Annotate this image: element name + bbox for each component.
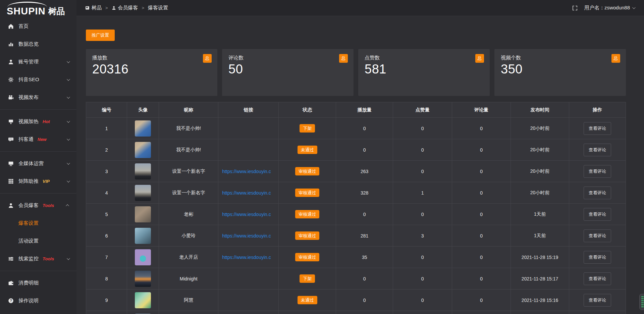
- sidebar-item-label: 活动设置: [18, 238, 39, 244]
- cell-likes: 0: [393, 139, 452, 161]
- chevron-up-icon: [66, 204, 69, 208]
- cell-time: 2021-11-28 15:16: [511, 290, 569, 311]
- cell-link: https://www.iesdouyin.c: [218, 204, 279, 225]
- cell-time: 20小时前: [511, 161, 569, 182]
- cell-plays: 0: [336, 268, 393, 290]
- cell-link: https://www.iesdouyin.c: [218, 247, 279, 268]
- sidebar-item-consumption-details[interactable]: 消费明细: [0, 274, 76, 292]
- sidebar-divider: [0, 151, 76, 152]
- cell-comments: 0: [452, 118, 511, 139]
- sidebar-subitem-baoke-settings[interactable]: 爆客设置: [0, 214, 76, 232]
- sidebar-item-video-publish[interactable]: 视频发布: [0, 89, 76, 106]
- view-comments-button[interactable]: 查看评论: [584, 165, 611, 178]
- tools-badge: Tools: [43, 256, 54, 261]
- cell-avatar: [127, 225, 159, 247]
- chevron-down-icon: [67, 257, 70, 260]
- sidebar-item-label: 消费明细: [18, 280, 39, 286]
- column-header-publish-time: 发布时间: [511, 102, 569, 118]
- stat-value: 20316: [92, 62, 211, 76]
- total-badge: 总: [339, 54, 348, 63]
- sidebar-item-doketong[interactable]: 抖客通 New: [0, 130, 76, 148]
- promo-settings-button[interactable]: 推广设置: [86, 30, 115, 41]
- sidebar-item-douyin-seo[interactable]: 抖音SEO: [0, 71, 76, 89]
- column-header-nickname: 昵称: [159, 102, 218, 118]
- monitor-icon: [8, 161, 14, 166]
- user-menu[interactable]: 用户名：zswodun88: [584, 5, 635, 11]
- cell-time: 1天前: [511, 204, 569, 225]
- view-comments-button[interactable]: 查看评论: [584, 229, 611, 242]
- status-badge: 审核通过: [295, 189, 319, 197]
- sidebar-item-video-heating[interactable]: 视频加热 Hot: [0, 113, 76, 130]
- table-body: 1我不是小帅!下架00020小时前查看评论2我不是小帅!未通过00020小时前查…: [86, 118, 626, 314]
- view-comments-button[interactable]: 查看评论: [584, 251, 611, 264]
- sidebar-item-account-management[interactable]: 账号管理: [0, 53, 76, 71]
- avatar-image: [135, 142, 151, 158]
- fullscreen-icon[interactable]: [572, 5, 578, 11]
- avatar-image: [135, 163, 151, 179]
- sidebar-item-lead-monitoring[interactable]: 线索监控 Tools: [0, 250, 76, 268]
- column-header-avatar: 头像: [127, 102, 159, 118]
- video-link[interactable]: https://www.iesdouyin.c: [222, 255, 271, 260]
- cell-avatar: [127, 268, 159, 290]
- cell-nickname: 我不是小帅!: [159, 118, 218, 139]
- video-link[interactable]: https://www.iesdouyin.c: [222, 233, 271, 239]
- sidebar-item-operation-guide[interactable]: ? 操作说明: [0, 292, 76, 310]
- sidebar-item-home[interactable]: 首页: [0, 17, 76, 35]
- dashboard-icon: [85, 6, 90, 10]
- status-badge: 未通过: [298, 146, 317, 154]
- cell-action: 查看评论: [569, 290, 626, 311]
- cell-index: 6: [86, 225, 127, 247]
- cell-nickname: 老人开店: [159, 247, 218, 268]
- cell-likes: 0: [393, 161, 452, 182]
- cell-comments: 0: [452, 139, 511, 161]
- avatar-image: [135, 292, 151, 308]
- sidebar-item-omnimedia-operation[interactable]: 全媒体运营: [0, 155, 76, 172]
- cell-link: https://www.iesdouyin.c: [218, 161, 279, 182]
- view-comments-button[interactable]: 查看评论: [584, 294, 611, 307]
- video-link[interactable]: https://www.iesdouyin.c: [222, 169, 271, 174]
- breadcrumb-item-member-baoke[interactable]: 会员爆客: [112, 5, 138, 11]
- stat-label: 视频个数: [501, 55, 620, 61]
- sidebar-divider: [0, 193, 76, 194]
- cell-action: 查看评论: [569, 161, 626, 182]
- breadcrumb-item-home[interactable]: 树品: [85, 5, 102, 11]
- cell-action: 查看评论: [569, 204, 626, 225]
- topbar: 树品 > 会员爆客 > 爆客设置 用户名：zswodun88: [76, 0, 644, 16]
- sidebar-subitem-activity-settings[interactable]: 活动设置: [0, 232, 76, 250]
- view-comments-button[interactable]: 查看评论: [584, 272, 611, 285]
- column-header-likes: 点赞量: [393, 102, 452, 118]
- total-badge: 总: [203, 54, 212, 63]
- video-link[interactable]: https://www.iesdouyin.c: [222, 190, 271, 196]
- grid-icon: [8, 178, 14, 184]
- cell-nickname: 小爱玲: [159, 225, 218, 247]
- view-comments-button[interactable]: 查看评论: [584, 187, 611, 199]
- view-comments-button[interactable]: 查看评论: [584, 144, 611, 156]
- stat-value: 581: [365, 62, 483, 76]
- video-link[interactable]: https://www.iesdouyin.c: [222, 212, 271, 217]
- breadcrumb-separator: >: [105, 5, 108, 10]
- table-row: 9阿慧未通过0002021-11-28 15:16查看评论: [86, 290, 626, 311]
- cell-index: 9: [86, 290, 127, 311]
- view-comments-button[interactable]: 查看评论: [584, 122, 611, 135]
- status-badge: 审核通过: [295, 253, 319, 261]
- cell-comments: 0: [452, 182, 511, 204]
- chat-widget[interactable]: [639, 294, 644, 310]
- question-circle-icon: ?: [8, 298, 14, 304]
- cell-time: 2021-11-28 15:17: [511, 268, 569, 290]
- cell-avatar: [127, 139, 159, 161]
- screen-icon: [8, 119, 14, 124]
- total-badge: 总: [475, 54, 484, 63]
- sidebar-item-data-overview[interactable]: 数据总览: [0, 35, 76, 53]
- sidebar-item-matrix-boost[interactable]: 矩阵助推 VIP: [0, 172, 76, 190]
- cell-likes: 0: [393, 118, 452, 139]
- video-camera-icon: [8, 95, 14, 100]
- cell-comments: 0: [452, 290, 511, 311]
- avatar-image: [135, 271, 151, 287]
- cell-index: 5: [86, 204, 127, 225]
- sliders-icon: [8, 256, 14, 262]
- view-comments-button[interactable]: 查看评论: [584, 208, 611, 221]
- cell-likes: 0: [393, 290, 452, 311]
- user-icon: [8, 203, 14, 208]
- cell-index: 3: [86, 161, 127, 182]
- sidebar-item-member-baoke[interactable]: 会员爆客 Tools: [0, 197, 76, 214]
